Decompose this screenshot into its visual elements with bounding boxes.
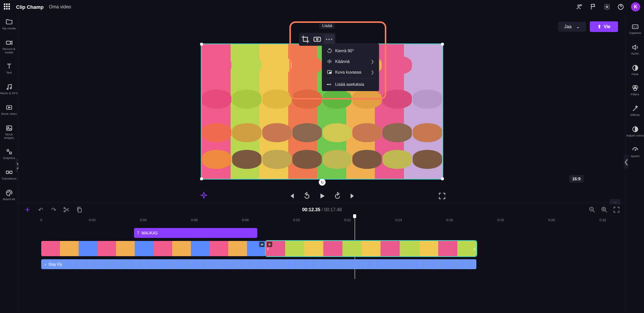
- svg-rect-29: [632, 25, 638, 29]
- rsidebar-item-fade[interactable]: Fade: [626, 63, 644, 78]
- fullscreen-button[interactable]: [438, 192, 446, 200]
- forward-button[interactable]: [333, 192, 342, 200]
- rsidebar-item-effects[interactable]: Effects: [626, 103, 644, 119]
- flip-icon: [327, 59, 332, 64]
- sidebar-item-stock-images[interactable]: Stock images: [0, 123, 18, 141]
- svg-rect-23: [329, 72, 331, 73]
- rsidebar-item-captions[interactable]: Captions: [626, 21, 644, 37]
- ruler-tick: 0:14: [395, 218, 402, 222]
- resize-handle-tl[interactable]: [200, 43, 203, 46]
- ruler-tick: 0:02: [89, 218, 96, 222]
- enhance-button[interactable]: [200, 192, 208, 200]
- menu-more-settings[interactable]: ••• Lisää asetuksia: [322, 79, 379, 89]
- menu-flip[interactable]: Käännä ❯: [322, 56, 379, 67]
- skip-end-button[interactable]: [349, 192, 357, 200]
- resize-handle-tr[interactable]: [441, 43, 444, 46]
- sidebar-item-music[interactable]: Music & SFX: [0, 82, 18, 97]
- sidebar-item-my-media[interactable]: My media: [0, 17, 18, 32]
- rsidebar-item-filters[interactable]: Filters: [626, 83, 644, 98]
- export-button[interactable]: ⬆Vie: [590, 21, 618, 32]
- tooltip-more: Lisää: [319, 22, 335, 29]
- svg-point-19: [326, 39, 327, 40]
- sidebar-item-label: Music & SFX: [0, 92, 18, 95]
- zoom-in-button[interactable]: [600, 206, 608, 213]
- fit-button[interactable]: [312, 34, 322, 44]
- mute-badge[interactable]: 🔇: [267, 242, 272, 247]
- more-button[interactable]: [324, 34, 334, 44]
- project-name[interactable]: Oma video: [49, 4, 71, 10]
- settings-icon[interactable]: [604, 3, 610, 10]
- help-icon[interactable]: [617, 3, 624, 10]
- chevron-down-icon: ⌄: [576, 24, 580, 29]
- sidebar-item-brand-kit[interactable]: Brand kit: [0, 188, 18, 203]
- copy-button[interactable]: [76, 206, 83, 213]
- transition-badge[interactable]: ⇄: [259, 242, 265, 247]
- sidebar-item-record[interactable]: Record & create: [0, 37, 18, 56]
- svg-point-21: [331, 39, 332, 40]
- menu-pip[interactable]: Kuva kuvassa ❯: [322, 67, 379, 77]
- text-track: T MAUKAS: [41, 228, 603, 239]
- chevron-right-icon: ❯: [371, 70, 374, 75]
- skip-start-button[interactable]: [287, 192, 296, 200]
- share-button[interactable]: Jaa⌄: [558, 22, 586, 32]
- clip-handle-right[interactable]: ||: [473, 241, 476, 256]
- center-area: Jaa⌄ ⬆Vie ↻ 16:9 Lisää: [18, 14, 626, 313]
- redo-button[interactable]: ↷: [50, 206, 57, 213]
- video-icon: [5, 104, 13, 111]
- sidebar-item-text[interactable]: Text: [0, 61, 18, 76]
- rsidebar-item-adjust-colors[interactable]: Adjust colors: [626, 124, 644, 139]
- header-bar: Clip Champ Oma video K: [0, 0, 644, 14]
- rsidebar-label: Captions: [629, 32, 641, 35]
- timeline-ruler[interactable]: 0 0:02 0:04 0:06 0:08 0:10 0:12 0:14 0:1…: [41, 217, 603, 226]
- undo-button[interactable]: ↶: [37, 206, 44, 213]
- ruler-tick: 0:18: [497, 218, 504, 222]
- sidebar-item-label: Graphics: [3, 157, 15, 160]
- avatar[interactable]: K: [631, 2, 640, 11]
- apps-grid-icon[interactable]: [4, 3, 11, 10]
- resize-handle-bl[interactable]: [200, 177, 203, 180]
- ruler-tick: 0:04: [140, 218, 147, 222]
- sidebar-item-label: Stock images: [0, 133, 18, 140]
- sidebar-item-graphics[interactable]: Graphics: [0, 146, 18, 162]
- audio-track: ♪ Stay Fly: [41, 259, 603, 270]
- audio-clip[interactable]: ♪ Stay Fly: [41, 259, 476, 269]
- rsidebar-item-speed[interactable]: Speed: [626, 144, 644, 160]
- ruler-tick: 0:12: [344, 218, 351, 222]
- resize-handle-br[interactable]: [441, 177, 444, 180]
- aspect-badge[interactable]: 16:9: [569, 175, 584, 183]
- ruler-tick: 0:10: [293, 218, 300, 222]
- play-button[interactable]: [318, 192, 326, 200]
- zoom-fit-button[interactable]: [613, 206, 620, 213]
- sidebar-item-transitions[interactable]: Transitions: [0, 167, 18, 182]
- svg-point-33: [633, 88, 636, 91]
- chevron-right-icon: ❯: [371, 59, 374, 64]
- invite-icon[interactable]: [576, 3, 583, 10]
- replace-icon[interactable]: ↻: [319, 179, 326, 186]
- share-button-label: Jaa: [564, 24, 571, 29]
- duration: 00:17.48: [324, 207, 342, 212]
- right-sidebar-expand[interactable]: ❮: [624, 155, 628, 169]
- video-clip-1[interactable]: ⇄: [41, 241, 266, 256]
- menu-rotate-90[interactable]: Kierrä 90°: [322, 45, 379, 56]
- video-clip-2[interactable]: || || 🔇: [266, 241, 476, 256]
- zoom-out-button[interactable]: [588, 206, 596, 213]
- shapes-icon: [5, 148, 13, 156]
- flag-icon[interactable]: [590, 3, 597, 10]
- add-track-button[interactable]: [24, 206, 31, 213]
- current-time: 00:12.35: [302, 207, 320, 212]
- playback-controls: [18, 188, 626, 202]
- timeline-toolbar: ↶ ↷ 00:12.35 / 00:17.48: [18, 203, 626, 217]
- sidebar-item-label: Text: [6, 71, 12, 75]
- crop-button[interactable]: [300, 34, 310, 44]
- menu-label: Kierrä 90°: [335, 48, 354, 53]
- timeline-area: ⌄ ↶ ↷ 00:12.35 / 00:17.48 0 0: [18, 202, 626, 313]
- rsidebar-item-audio[interactable]: Audio: [626, 42, 644, 57]
- split-button[interactable]: [63, 206, 70, 213]
- svg-point-35: [635, 150, 636, 151]
- video-track: ⇄ || || 🔇: [41, 241, 603, 256]
- text-clip-label: MAUKAS: [142, 231, 158, 235]
- rewind-button[interactable]: [303, 192, 311, 200]
- sidebar-item-label: My media: [2, 27, 16, 30]
- sidebar-item-stock-video[interactable]: Stock video: [0, 102, 18, 117]
- text-clip[interactable]: T MAUKAS: [134, 228, 258, 238]
